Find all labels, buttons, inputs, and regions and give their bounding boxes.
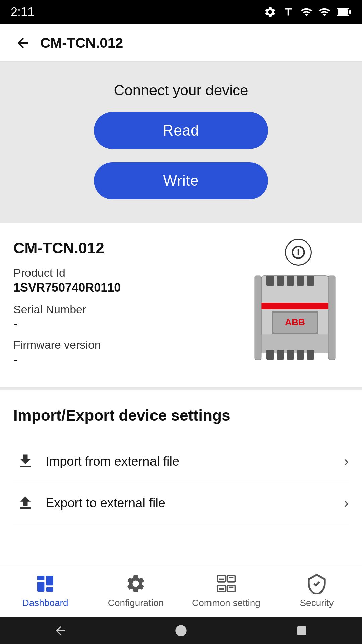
import-chevron: › (344, 453, 349, 469)
nav-item-common-setting[interactable]: Common setting (181, 564, 272, 617)
gear-icon (264, 6, 276, 18)
svg-rect-20 (287, 350, 294, 360)
recents-nav-button[interactable] (295, 624, 308, 637)
configuration-icon (125, 573, 146, 594)
svg-rect-23 (255, 276, 261, 360)
configuration-label: Configuration (108, 598, 164, 608)
dashboard-icon (35, 573, 56, 594)
svg-text:ABB: ABB (285, 317, 305, 327)
svg-rect-26 (37, 582, 44, 591)
back-button[interactable] (11, 31, 35, 55)
device-info-right: ABB (248, 239, 349, 366)
svg-rect-18 (266, 350, 274, 360)
write-button[interactable]: Write (94, 162, 268, 199)
serial-number-value: - (13, 317, 248, 330)
page-title: CM-TCN.012 (40, 35, 123, 51)
export-chevron: › (344, 495, 349, 511)
read-button[interactable]: Read (94, 112, 268, 149)
svg-rect-22 (307, 350, 314, 360)
header: CM-TCN.012 (0, 24, 362, 62)
device-info-section: CM-TCN.012 Product Id 1SVR750740R0110 Se… (0, 223, 362, 390)
battery-icon (337, 7, 351, 17)
svg-rect-12 (307, 276, 314, 286)
export-item[interactable]: Export to external file › (13, 482, 349, 524)
svg-rect-8 (266, 276, 274, 286)
svg-rect-10 (287, 276, 294, 286)
product-id-label: Product Id (13, 266, 248, 279)
svg-rect-3 (338, 9, 348, 15)
svg-rect-32 (227, 585, 235, 592)
common-setting-icon (216, 573, 237, 594)
status-bar: 2:11 (0, 0, 362, 24)
device-info-left: CM-TCN.012 Product Id 1SVR750740R0110 Se… (13, 239, 248, 374)
connect-title: Connect your device (114, 82, 248, 99)
device-image: ABB (248, 272, 349, 366)
signal-icon (318, 6, 330, 18)
bottom-nav: Dashboard Configuration Common setting S… (0, 564, 362, 617)
svg-rect-27 (46, 576, 53, 585)
firmware-version-label: Firmware version (13, 338, 248, 352)
import-export-title: Import/Export device settings (13, 406, 349, 424)
svg-rect-28 (46, 587, 53, 591)
device-svg: ABB (248, 272, 342, 360)
svg-rect-25 (37, 576, 44, 580)
nav-item-security[interactable]: Security (272, 564, 362, 617)
svg-rect-30 (227, 576, 235, 582)
svg-rect-19 (277, 350, 284, 360)
status-time: 2:11 (11, 5, 34, 19)
wifi-icon (300, 6, 312, 18)
svg-rect-38 (297, 626, 306, 635)
svg-rect-9 (277, 276, 284, 286)
info-button[interactable] (285, 239, 312, 266)
nav-item-configuration[interactable]: Configuration (90, 564, 181, 617)
home-nav-button[interactable] (174, 624, 188, 637)
svg-rect-11 (297, 276, 304, 286)
text-icon (282, 6, 294, 18)
export-label: Export to external file (46, 496, 344, 511)
security-label: Security (300, 598, 334, 608)
serial-number-label: Serial Number (13, 303, 248, 316)
system-nav (0, 617, 362, 644)
nav-item-dashboard[interactable]: Dashboard (0, 564, 90, 617)
device-name: CM-TCN.012 (13, 239, 248, 257)
product-id-value: 1SVR750740R0110 (13, 281, 248, 295)
svg-rect-21 (297, 350, 304, 360)
export-icon (13, 494, 38, 512)
import-export-section: Import/Export device settings Import fro… (0, 390, 362, 524)
svg-point-37 (175, 625, 186, 636)
firmware-version-value: - (13, 353, 248, 366)
svg-rect-24 (328, 276, 335, 360)
import-item[interactable]: Import from external file › (13, 440, 349, 482)
security-icon (306, 573, 327, 594)
common-setting-label: Common setting (192, 598, 260, 608)
connect-section: Connect your device Read Write (0, 62, 362, 223)
import-icon (13, 452, 38, 470)
svg-rect-1 (349, 10, 351, 14)
status-icons (264, 6, 351, 18)
dashboard-label: Dashboard (22, 598, 68, 608)
import-label: Import from external file (46, 454, 344, 469)
svg-rect-13 (261, 303, 328, 309)
back-nav-button[interactable] (54, 624, 67, 637)
